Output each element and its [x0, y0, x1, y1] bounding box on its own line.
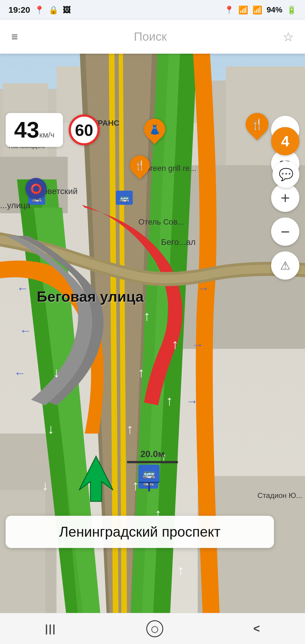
search-placeholder[interactable]: Поиск — [18, 30, 283, 43]
speed-indicator: 43км/ч 60 — [6, 113, 100, 147]
food-pin[interactable]: 🍴 — [246, 113, 268, 136]
food-pin-center[interactable]: 🍴 — [130, 155, 150, 175]
alert-icon: ⚠ — [280, 259, 290, 272]
current-street-name: Ленинградский проспект — [59, 524, 221, 540]
current-speed-display: 43км/ч — [6, 113, 63, 147]
speed-limit-sign: 60 — [69, 114, 100, 145]
wifi-icon: 📶 — [238, 5, 248, 15]
svg-text:←: ← — [19, 324, 31, 337]
distance-bar — [127, 461, 178, 463]
nav-menu-button[interactable]: ||| — [45, 623, 56, 635]
map-area[interactable]: ↑ ↑ ↑ ↑ ↑ ↑ ↑ ↑ ↑ ↑ ↓ ↓ ↓ ↓ ← ← ← → → → … — [0, 54, 305, 613]
green-grill-label: Green grill re... — [144, 164, 196, 173]
zoom-in-button[interactable]: + — [271, 184, 299, 212]
search-bar: ≡ Поиск ☆ — [0, 20, 305, 54]
ulitsa-label: ...улица — [0, 201, 30, 210]
svg-text:↓: ↓ — [53, 365, 60, 380]
svg-text:↑: ↑ — [143, 308, 150, 323]
lock-icon: 🔒 — [49, 5, 58, 15]
svg-text:🚌: 🚌 — [119, 193, 129, 203]
minus-icon: − — [281, 223, 290, 241]
svg-text:↓: ↓ — [42, 478, 49, 493]
speed-value: 43 — [14, 117, 39, 142]
plus-icon: + — [281, 189, 290, 207]
gps-icon: 📍 — [224, 5, 234, 15]
bus-message-icon[interactable]: 💬 — [273, 161, 299, 188]
svg-text:↓: ↓ — [47, 421, 54, 436]
navigation-bar: ||| ○ < — [0, 613, 305, 644]
distance-value: 20.0м — [140, 449, 165, 459]
stadium-label: Стадион Ю... — [257, 491, 302, 500]
favorite-icon[interactable]: ☆ — [283, 30, 294, 44]
status-bar: 19:20 📍 🔒 🖼 📍 📶 📶 94% 🔋 — [0, 0, 305, 20]
signal-icon: 📶 — [252, 5, 262, 15]
bego-al-label: Бего...ал — [161, 237, 196, 247]
image-icon: 🖼 — [63, 5, 71, 15]
svg-text:↑: ↑ — [166, 393, 173, 408]
bottom-street-bar: Ленинградский проспект — [6, 516, 274, 548]
distance-indicator: 20.0м — [127, 449, 178, 463]
zoom-out-button[interactable]: − — [271, 217, 299, 246]
nav-home-button[interactable]: ○ — [146, 620, 163, 637]
svg-text:↑: ↑ — [132, 478, 139, 493]
svg-text:→: → — [197, 282, 209, 295]
svg-text:↑: ↑ — [177, 563, 184, 578]
status-right-area: 📍 📶 📶 94% 🔋 — [224, 5, 297, 15]
hotel-label: Отель Сов... — [138, 217, 184, 227]
begovaya-street-label: Беговая улица — [37, 288, 144, 305]
svg-text:↑: ↑ — [138, 365, 145, 380]
bus-stop-bottom: 🚌 — [138, 465, 160, 491]
location-icon: 📍 — [34, 5, 44, 15]
time-display: 19:20 — [8, 5, 30, 15]
svg-text:←: ← — [14, 366, 26, 380]
svg-text:↑: ↑ — [172, 337, 178, 352]
hanger-pin[interactable]: 👗 — [144, 119, 165, 140]
battery-icon: 🔋 — [287, 5, 297, 15]
badge-count: 4 — [281, 133, 289, 150]
svg-rect-15 — [0, 490, 45, 613]
menu-icon[interactable]: ≡ — [11, 31, 18, 43]
svg-text:→: → — [186, 395, 198, 408]
status-time-area: 19:20 📍 🔒 🖼 — [8, 5, 71, 15]
svg-text:←: ← — [17, 282, 29, 295]
metro-pin[interactable]: ⭕ — [25, 178, 47, 199]
battery-percent: 94% — [267, 5, 282, 14]
notification-badge[interactable]: 4 — [271, 127, 299, 155]
nav-back-button[interactable]: < — [253, 622, 260, 635]
alert-button[interactable]: ⚠ — [271, 251, 299, 280]
svg-text:↑: ↑ — [127, 421, 133, 436]
svg-text:→: → — [192, 338, 204, 351]
speed-unit: км/ч — [39, 130, 55, 139]
